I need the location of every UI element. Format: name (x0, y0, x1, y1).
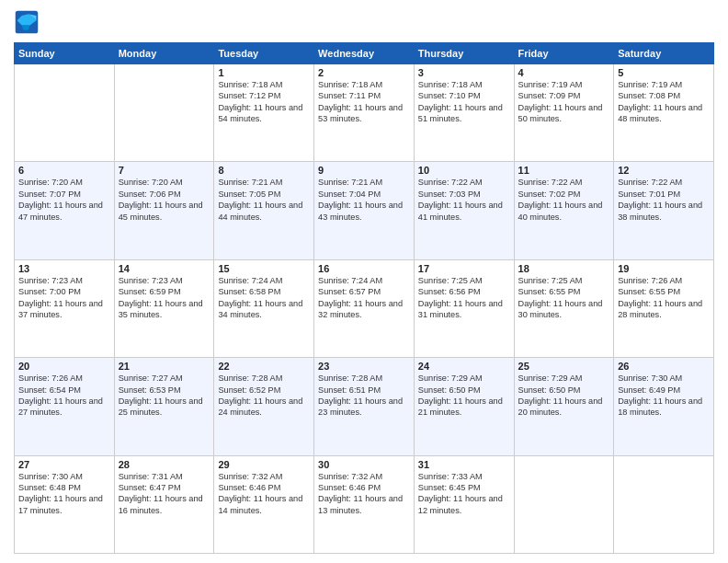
day-number: 8 (218, 165, 310, 176)
day-number: 24 (418, 361, 510, 372)
day-info: Sunrise: 7:19 AM Sunset: 7:08 PM Dayligh… (618, 79, 710, 125)
logo-icon (14, 9, 40, 35)
calendar-cell: 28Sunrise: 7:31 AM Sunset: 6:47 PM Dayli… (114, 455, 214, 553)
day-info: Sunrise: 7:25 AM Sunset: 6:56 PM Dayligh… (418, 275, 510, 321)
calendar-cell: 14Sunrise: 7:23 AM Sunset: 6:59 PM Dayli… (114, 259, 214, 357)
calendar-cell: 17Sunrise: 7:25 AM Sunset: 6:56 PM Dayli… (414, 259, 514, 357)
calendar-cell: 22Sunrise: 7:28 AM Sunset: 6:52 PM Dayli… (214, 358, 314, 455)
weekday-header-monday: Monday (114, 43, 214, 64)
day-info: Sunrise: 7:22 AM Sunset: 7:03 PM Dayligh… (418, 177, 510, 223)
calendar-cell: 8Sunrise: 7:21 AM Sunset: 7:05 PM Daylig… (214, 162, 314, 259)
day-info: Sunrise: 7:24 AM Sunset: 6:57 PM Dayligh… (318, 275, 410, 321)
weekday-header-friday: Friday (514, 43, 614, 64)
calendar-cell: 6Sunrise: 7:20 AM Sunset: 7:07 PM Daylig… (15, 162, 115, 259)
day-info: Sunrise: 7:21 AM Sunset: 7:04 PM Dayligh… (318, 177, 410, 223)
day-number: 4 (518, 67, 610, 78)
calendar-cell: 23Sunrise: 7:28 AM Sunset: 6:51 PM Dayli… (314, 358, 415, 455)
day-info: Sunrise: 7:20 AM Sunset: 7:06 PM Dayligh… (119, 177, 210, 223)
calendar-cell: 3Sunrise: 7:18 AM Sunset: 7:10 PM Daylig… (414, 64, 514, 162)
calendar-cell: 13Sunrise: 7:23 AM Sunset: 7:00 PM Dayli… (15, 259, 115, 357)
day-info: Sunrise: 7:18 AM Sunset: 7:12 PM Dayligh… (218, 79, 310, 125)
day-number: 27 (18, 459, 110, 470)
day-info: Sunrise: 7:29 AM Sunset: 6:50 PM Dayligh… (518, 373, 610, 419)
day-info: Sunrise: 7:18 AM Sunset: 7:11 PM Dayligh… (318, 79, 410, 125)
day-info: Sunrise: 7:18 AM Sunset: 7:10 PM Dayligh… (418, 79, 510, 125)
day-number: 11 (518, 165, 610, 176)
weekday-header-wednesday: Wednesday (314, 43, 415, 64)
day-number: 20 (18, 361, 110, 372)
weekday-header-saturday: Saturday (614, 43, 714, 64)
week-row-0: 1Sunrise: 7:18 AM Sunset: 7:12 PM Daylig… (15, 64, 714, 162)
weekday-header-row: SundayMondayTuesdayWednesdayThursdayFrid… (15, 43, 714, 64)
day-number: 9 (318, 165, 410, 176)
day-number: 19 (618, 263, 710, 274)
day-number: 30 (318, 459, 410, 470)
day-info: Sunrise: 7:25 AM Sunset: 6:55 PM Dayligh… (518, 275, 610, 321)
day-number: 12 (618, 165, 710, 176)
day-number: 28 (119, 459, 210, 470)
day-number: 3 (418, 67, 510, 78)
day-info: Sunrise: 7:26 AM Sunset: 6:54 PM Dayligh… (18, 373, 110, 419)
day-info: Sunrise: 7:26 AM Sunset: 6:55 PM Dayligh… (618, 275, 710, 321)
calendar: SundayMondayTuesdayWednesdayThursdayFrid… (14, 42, 714, 554)
calendar-cell: 15Sunrise: 7:24 AM Sunset: 6:58 PM Dayli… (214, 259, 314, 357)
day-info: Sunrise: 7:19 AM Sunset: 7:09 PM Dayligh… (518, 79, 610, 125)
calendar-cell: 26Sunrise: 7:30 AM Sunset: 6:49 PM Dayli… (614, 358, 714, 455)
calendar-cell: 20Sunrise: 7:26 AM Sunset: 6:54 PM Dayli… (15, 358, 115, 455)
day-number: 26 (618, 361, 710, 372)
calendar-cell: 25Sunrise: 7:29 AM Sunset: 6:50 PM Dayli… (514, 358, 614, 455)
day-number: 7 (119, 165, 210, 176)
calendar-cell (614, 455, 714, 553)
week-row-4: 27Sunrise: 7:30 AM Sunset: 6:48 PM Dayli… (15, 455, 714, 553)
day-info: Sunrise: 7:21 AM Sunset: 7:05 PM Dayligh… (218, 177, 310, 223)
calendar-cell: 19Sunrise: 7:26 AM Sunset: 6:55 PM Dayli… (614, 259, 714, 357)
weekday-header-thursday: Thursday (414, 43, 514, 64)
calendar-cell: 2Sunrise: 7:18 AM Sunset: 7:11 PM Daylig… (314, 64, 415, 162)
day-info: Sunrise: 7:33 AM Sunset: 6:45 PM Dayligh… (418, 471, 510, 517)
day-number: 10 (418, 165, 510, 176)
calendar-cell: 11Sunrise: 7:22 AM Sunset: 7:02 PM Dayli… (514, 162, 614, 259)
calendar-cell: 21Sunrise: 7:27 AM Sunset: 6:53 PM Dayli… (114, 358, 214, 455)
day-number: 18 (518, 263, 610, 274)
calendar-cell: 27Sunrise: 7:30 AM Sunset: 6:48 PM Dayli… (15, 455, 115, 553)
header (14, 9, 714, 35)
calendar-cell: 4Sunrise: 7:19 AM Sunset: 7:09 PM Daylig… (514, 64, 614, 162)
page: SundayMondayTuesdayWednesdayThursdayFrid… (0, 0, 728, 563)
day-number: 21 (119, 361, 210, 372)
day-number: 25 (518, 361, 610, 372)
calendar-cell: 7Sunrise: 7:20 AM Sunset: 7:06 PM Daylig… (114, 162, 214, 259)
day-number: 13 (18, 263, 110, 274)
day-number: 15 (218, 263, 310, 274)
calendar-cell: 30Sunrise: 7:32 AM Sunset: 6:46 PM Dayli… (314, 455, 415, 553)
calendar-cell: 12Sunrise: 7:22 AM Sunset: 7:01 PM Dayli… (614, 162, 714, 259)
day-number: 17 (418, 263, 510, 274)
calendar-cell: 18Sunrise: 7:25 AM Sunset: 6:55 PM Dayli… (514, 259, 614, 357)
day-number: 6 (18, 165, 110, 176)
day-info: Sunrise: 7:23 AM Sunset: 6:59 PM Dayligh… (119, 275, 210, 321)
day-number: 16 (318, 263, 410, 274)
weekday-header-sunday: Sunday (15, 43, 115, 64)
day-info: Sunrise: 7:30 AM Sunset: 6:48 PM Dayligh… (18, 471, 110, 517)
week-row-1: 6Sunrise: 7:20 AM Sunset: 7:07 PM Daylig… (15, 162, 714, 259)
day-number: 23 (318, 361, 410, 372)
logo (14, 9, 43, 35)
week-row-2: 13Sunrise: 7:23 AM Sunset: 7:00 PM Dayli… (15, 259, 714, 357)
day-info: Sunrise: 7:24 AM Sunset: 6:58 PM Dayligh… (218, 275, 310, 321)
day-info: Sunrise: 7:32 AM Sunset: 6:46 PM Dayligh… (218, 471, 310, 517)
calendar-cell: 9Sunrise: 7:21 AM Sunset: 7:04 PM Daylig… (314, 162, 415, 259)
calendar-cell (514, 455, 614, 553)
day-info: Sunrise: 7:22 AM Sunset: 7:01 PM Dayligh… (618, 177, 710, 223)
day-info: Sunrise: 7:27 AM Sunset: 6:53 PM Dayligh… (119, 373, 210, 419)
day-info: Sunrise: 7:30 AM Sunset: 6:49 PM Dayligh… (618, 373, 710, 419)
calendar-cell: 5Sunrise: 7:19 AM Sunset: 7:08 PM Daylig… (614, 64, 714, 162)
day-number: 14 (119, 263, 210, 274)
day-number: 5 (618, 67, 710, 78)
day-number: 2 (318, 67, 410, 78)
calendar-cell (15, 64, 115, 162)
calendar-cell: 10Sunrise: 7:22 AM Sunset: 7:03 PM Dayli… (414, 162, 514, 259)
day-info: Sunrise: 7:29 AM Sunset: 6:50 PM Dayligh… (418, 373, 510, 419)
day-info: Sunrise: 7:22 AM Sunset: 7:02 PM Dayligh… (518, 177, 610, 223)
day-number: 31 (418, 459, 510, 470)
day-number: 22 (218, 361, 310, 372)
weekday-header-tuesday: Tuesday (214, 43, 314, 64)
